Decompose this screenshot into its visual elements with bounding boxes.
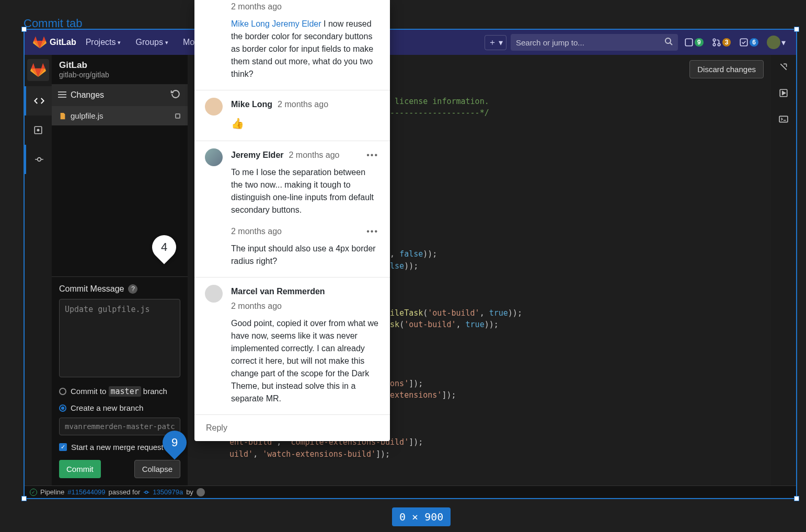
comment-time: 2 months ago: [289, 151, 340, 160]
new-branch-label: Create a new branch: [71, 403, 143, 412]
nav-groups-label: Groups: [135, 38, 163, 47]
reply-input[interactable]: Reply: [194, 415, 390, 441]
comment-avatar[interactable]: [205, 148, 223, 166]
issues-link[interactable]: 9: [682, 38, 706, 47]
svg-point-11: [145, 491, 148, 493]
status-bar: ✓ Pipeline #115644099 passed for 1350979…: [25, 485, 796, 498]
file-name: gulpfile.js: [71, 111, 103, 120]
nav-projects[interactable]: Projects ▾: [80, 38, 126, 47]
changed-file[interactable]: gulpfile.js: [52, 106, 188, 125]
issues-count: 9: [695, 38, 704, 47]
file-icon: [59, 112, 66, 120]
live-preview-icon[interactable]: [779, 88, 788, 100]
svg-rect-10: [779, 116, 788, 122]
search-input[interactable]: [516, 38, 660, 47]
nav-groups[interactable]: Groups ▾: [130, 38, 173, 47]
thread-comment: Marcel van Remmerden 2 months ago Good p…: [194, 277, 390, 415]
todos-count: 6: [750, 38, 758, 47]
comment-menu-icon[interactable]: •••: [366, 151, 378, 160]
commit-message-input[interactable]: Update gulpfile.js: [59, 299, 180, 377]
commit-to-suffix: branch: [141, 387, 167, 396]
pipeline-passed: passed for: [109, 488, 141, 496]
pipeline-status-icon[interactable]: ✓: [30, 489, 37, 496]
thread-comment: Jeremy Elder 2 months ago ••• To me I lo…: [194, 141, 390, 222]
comment-body: Good point, copied it over from what we …: [231, 317, 378, 405]
selection-handle[interactable]: [794, 27, 799, 32]
comment-time: 2 months ago: [231, 227, 282, 236]
selection-handle[interactable]: [21, 496, 27, 501]
discard-changes-button[interactable]: Discard changes: [689, 60, 764, 78]
comment-author[interactable]: Jeremy Elder: [231, 151, 284, 160]
create-new-button[interactable]: ＋ ▾: [485, 35, 506, 50]
svg-point-4: [718, 43, 720, 46]
svg-point-2: [713, 39, 716, 41]
user-mention[interactable]: Jeremy Elder: [272, 19, 321, 28]
code-icon: [34, 96, 44, 106]
collapse-button[interactable]: Collapse: [134, 460, 180, 478]
frame-label: Commit tab: [24, 17, 82, 30]
comment-body: To me I lose the separation between the …: [231, 166, 378, 216]
mrs-count: 3: [722, 38, 731, 47]
svg-point-8: [37, 158, 41, 161]
comment-body: The input should also use a 4px border r…: [231, 242, 378, 268]
thread-comment: 2 months ago Mike Long Jeremy Elder I no…: [194, 0, 390, 90]
project-path: gitlab-org/gitlab: [59, 71, 180, 79]
comment-author[interactable]: Mike Long: [231, 100, 272, 109]
frame-dimensions-badge: 0 × 900: [392, 507, 451, 526]
nav-projects-label: Projects: [86, 38, 116, 47]
comment-time: 2 months ago: [231, 2, 378, 11]
create-new-branch-option[interactable]: Create a new branch: [59, 403, 180, 412]
chevron-down-icon: ▾: [118, 39, 121, 46]
comment-menu-icon[interactable]: •••: [366, 227, 378, 236]
commit-message-label: Commit Message ?: [59, 284, 180, 294]
design-pin-9[interactable]: 9: [163, 431, 187, 459]
user-mention[interactable]: Mike Long: [231, 19, 270, 28]
checkbox-checked: ✓: [59, 443, 67, 451]
author-avatar[interactable]: [197, 488, 205, 496]
search-bar[interactable]: [511, 34, 678, 51]
rail-review[interactable]: [25, 115, 52, 145]
plus-icon: ＋: [488, 37, 497, 48]
svg-point-3: [713, 43, 716, 46]
changes-title: Changes: [71, 90, 104, 100]
pipeline-icon[interactable]: [779, 62, 788, 74]
commit-to-branch-option[interactable]: Commit to master branch: [59, 387, 180, 396]
project-header: GitLab gitlab-org/gitlab: [52, 55, 188, 84]
project-icon[interactable]: [27, 59, 49, 81]
design-pin-4[interactable]: 4: [152, 235, 176, 263]
comment-thread: 2 months ago Mike Long Jeremy Elder I no…: [194, 0, 390, 441]
comment-body: Mike Long Jeremy Elder I now reused the …: [231, 18, 378, 80]
commit-icon: [143, 489, 149, 495]
comment-time: 2 months ago: [278, 100, 328, 109]
selection-handle[interactable]: [21, 27, 27, 32]
user-avatar: [767, 36, 780, 49]
terminal-icon[interactable]: [779, 114, 788, 126]
pipeline-id-link[interactable]: #115644099: [67, 488, 105, 496]
comment-avatar[interactable]: [205, 285, 223, 303]
radio-unselected: [59, 388, 66, 395]
comment-avatar[interactable]: [205, 98, 223, 115]
todos-link[interactable]: 6: [737, 38, 761, 47]
commit-button[interactable]: Commit: [59, 460, 101, 478]
commit-sha-link[interactable]: 1350979a: [153, 488, 183, 496]
discard-all-icon[interactable]: [170, 88, 181, 102]
rail-commit[interactable]: [25, 145, 52, 174]
right-sidebar: [771, 55, 796, 485]
user-menu[interactable]: ▾: [765, 36, 788, 49]
todo-icon: [739, 38, 749, 47]
modified-indicator: [175, 113, 180, 119]
rail-edit[interactable]: [25, 86, 52, 115]
commit-to-branch: master: [109, 386, 141, 397]
issues-icon: [684, 38, 694, 47]
svg-point-0: [665, 38, 671, 43]
start-mr-label: Start a new merge request: [71, 443, 164, 452]
thread-comment: Mike Long 2 months ago 👍: [194, 90, 390, 141]
brand-text: GitLab: [50, 38, 76, 47]
gitlab-logo[interactable]: GitLab: [33, 36, 76, 49]
selection-handle[interactable]: [794, 496, 799, 501]
tanuki-icon: [33, 36, 47, 49]
by-label: by: [186, 488, 193, 496]
comment-author[interactable]: Marcel van Remmerden: [231, 287, 325, 296]
merge-requests-link[interactable]: 3: [710, 38, 733, 47]
help-icon[interactable]: ?: [128, 284, 137, 294]
